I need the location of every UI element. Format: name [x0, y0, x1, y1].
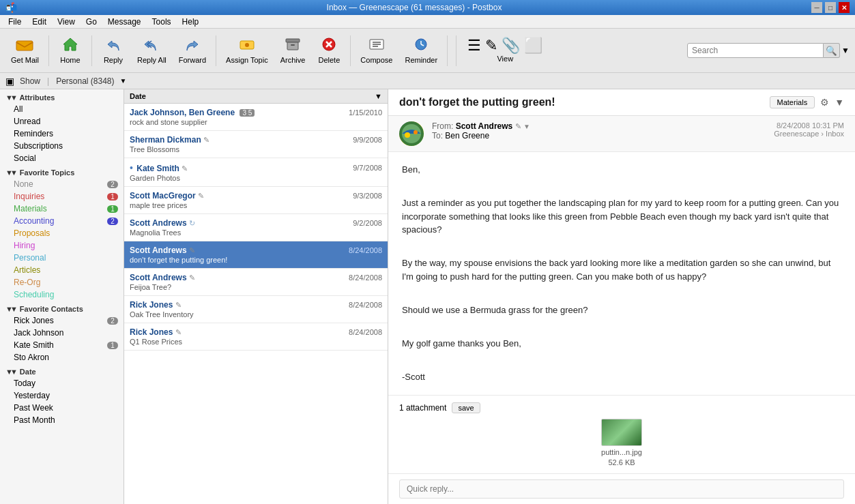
message-row[interactable]: Scott MacGregor ✎ 9/3/2008 maple tree pr…: [124, 187, 388, 214]
archive-button[interactable]: Archive: [275, 32, 311, 70]
sidebar-contact-kate-smith[interactable]: Kate Smith1: [0, 339, 124, 351]
reply-all-button[interactable]: Reply All: [132, 32, 172, 70]
from-edit-icon[interactable]: ✎: [515, 122, 521, 130]
menu-item-file[interactable]: File: [3, 16, 27, 28]
to-name: Ben Greene: [445, 131, 489, 140]
sidebar-attribute-reminders[interactable]: Reminders: [0, 128, 124, 140]
message-row[interactable]: Sherman Dickman ✎ 9/9/2008 Tree Blossoms: [124, 131, 388, 158]
menu-item-go[interactable]: Go: [81, 16, 102, 28]
message-row[interactable]: • Kate Smith ✎ 9/7/2008 Garden Photos: [124, 158, 388, 187]
attachment-thumbnail[interactable]: puttin...n.jpg 52.6 KB: [399, 419, 844, 466]
message-row-top: Rick Jones ✎ 8/24/2008: [130, 300, 382, 310]
menu-item-message[interactable]: Message: [102, 16, 147, 28]
delete-button[interactable]: Delete: [312, 32, 346, 70]
attribute-label: Social: [14, 153, 36, 163]
reminder-button[interactable]: Reminder: [399, 32, 443, 70]
message-sender: Rick Jones: [130, 327, 173, 337]
messages-container: Jack Johnson, Ben Greene 3 5 1/15/2010 r…: [124, 104, 388, 351]
message-row[interactable]: Jack Johnson, Ben Greene 3 5 1/15/2010 r…: [124, 104, 388, 131]
assign-topic-button[interactable]: Assign Topic: [220, 32, 274, 70]
sidebar-topic-articles[interactable]: Articles: [0, 264, 124, 276]
sidebar-topic-materials[interactable]: Materials1: [0, 203, 124, 215]
contact-count: 1: [107, 342, 118, 349]
message-sender: Scott Andrews: [130, 218, 187, 228]
sidebar-attribute-all[interactable]: All: [0, 103, 124, 115]
message-sender: Jack Johnson, Ben Greene: [130, 108, 235, 117]
personal-dropdown-arrow[interactable]: ▼: [120, 77, 127, 85]
menu-item-edit[interactable]: Edit: [27, 16, 52, 28]
personal-dropdown[interactable]: Personal (8348): [56, 76, 114, 86]
message-sender-row: Jack Johnson, Ben Greene 3 5: [130, 108, 255, 117]
message-sender-row: • Kate Smith ✎: [130, 162, 189, 173]
forward-button[interactable]: Forward: [173, 32, 212, 70]
sidebar-topic-reorg[interactable]: Re-Org: [0, 276, 124, 288]
email-body-paragraph: Should we use a Bermuda grass for the gr…: [402, 303, 841, 317]
menu-item-help[interactable]: Help: [177, 16, 205, 28]
settings-icon[interactable]: ⚙: [820, 97, 829, 108]
sidebar-attribute-subscriptions[interactable]: Subscriptions: [0, 140, 124, 152]
sidebar-topic-inquiries[interactable]: Inquiries1: [0, 190, 124, 203]
sidebar-date-past-month[interactable]: Past Month: [0, 414, 124, 426]
menu-item-view[interactable]: View: [52, 16, 81, 28]
view-toggle-icon[interactable]: ▣: [5, 76, 14, 87]
materials-button[interactable]: Materials: [770, 96, 815, 108]
home-button[interactable]: Home: [53, 32, 87, 70]
close-button[interactable]: ✕: [839, 2, 850, 13]
message-row[interactable]: Scott Andrews ↻ 9/2/2008 Magnolia Trees: [124, 214, 388, 241]
message-sender-row: Scott Andrews ↻: [130, 218, 197, 228]
view-label: View: [497, 55, 513, 63]
toolbar-separator: [456, 35, 457, 66]
expand-icon[interactable]: ▼: [835, 97, 844, 108]
sort-arrow[interactable]: ▼: [375, 92, 382, 100]
topic-count: 1: [107, 193, 118, 201]
sidebar-topic-proposals[interactable]: Proposals: [0, 227, 124, 239]
sidebar-date-yesterday[interactable]: Yesterday: [0, 389, 124, 402]
topic-label: Re-Org: [14, 278, 40, 287]
compose-icon: [367, 37, 386, 55]
sidebar-contact-jack-johnson[interactable]: Jack Johnson: [0, 327, 124, 339]
reply-button[interactable]: Reply: [96, 32, 130, 70]
email-meta-date: 8/24/2008 10:31 PM Greenescape › Inbox: [774, 121, 844, 138]
message-list-header: Date ▼: [124, 89, 388, 104]
edit-icon: ✎: [203, 136, 209, 144]
reminder-icon: [411, 37, 431, 55]
sidebar-topic-hiring[interactable]: Hiring: [0, 239, 124, 252]
compose-button[interactable]: Compose: [355, 32, 398, 70]
date-filter-header: ▼ ▼ Date: [0, 364, 124, 377]
sidebar-date-today[interactable]: Today: [0, 377, 124, 389]
sidebar-attribute-social[interactable]: Social: [0, 152, 124, 164]
attributes-list: AllUnreadRemindersSubscriptionsSocial: [0, 103, 124, 164]
attachment-image: [601, 419, 642, 446]
topic-label: Scheduling: [14, 290, 54, 299]
search-dropdown[interactable]: ▼: [841, 46, 850, 55]
message-row[interactable]: Scott Andrews ✎ 8/24/2008 don't forget t…: [124, 241, 388, 269]
to-label: To:: [432, 131, 443, 140]
sidebar-attribute-unread[interactable]: Unread: [0, 115, 124, 128]
sidebar-date-past-week[interactable]: Past Week: [0, 402, 124, 414]
sidebar-topic-accounting[interactable]: Accounting2: [0, 215, 124, 227]
sidebar: ▼ ▼ Attributes AllUnreadRemindersSubscri…: [0, 89, 124, 504]
sidebar-topic-personal[interactable]: Personal: [0, 252, 124, 264]
sidebar-contact-rick-jones[interactable]: Rick Jones2: [0, 314, 124, 327]
sidebar-contact-sto-akron[interactable]: Sto Akron: [0, 351, 124, 364]
view-button[interactable]: ☰ ✎ 📎 ⬜ View: [462, 32, 548, 70]
message-row[interactable]: Scott Andrews ✎ 8/24/2008 Feijoa Tree?: [124, 269, 388, 296]
topics-list: None2Inquiries1Materials1Accounting2Prop…: [0, 178, 124, 301]
search-button[interactable]: 🔍: [824, 43, 840, 58]
quick-reply-input[interactable]: [399, 479, 844, 499]
sidebar-topic-scheduling[interactable]: Scheduling: [0, 288, 124, 301]
restore-button[interactable]: □: [825, 2, 836, 13]
view-icon: ☰ ✎ 📎 ⬜: [467, 38, 542, 53]
email-location: Greenescape › Inbox: [774, 130, 844, 138]
menu-item-tools[interactable]: Tools: [147, 16, 177, 28]
minimize-button[interactable]: ─: [811, 2, 822, 13]
get-mail-button[interactable]: Get Mail: [5, 32, 44, 70]
message-row[interactable]: Rick Jones ✎ 8/24/2008 Oak Tree Inventor…: [124, 296, 388, 323]
from-dropdown[interactable]: ▼: [523, 123, 530, 130]
search-input[interactable]: [687, 43, 824, 58]
message-row[interactable]: Rick Jones ✎ 8/24/2008 Q1 Rose Prices: [124, 323, 388, 351]
toolbar-separator: [216, 35, 216, 66]
save-attachment-button[interactable]: save: [452, 402, 480, 413]
message-date: 9/9/2008: [353, 136, 382, 144]
sidebar-topic-none[interactable]: None2: [0, 178, 124, 190]
